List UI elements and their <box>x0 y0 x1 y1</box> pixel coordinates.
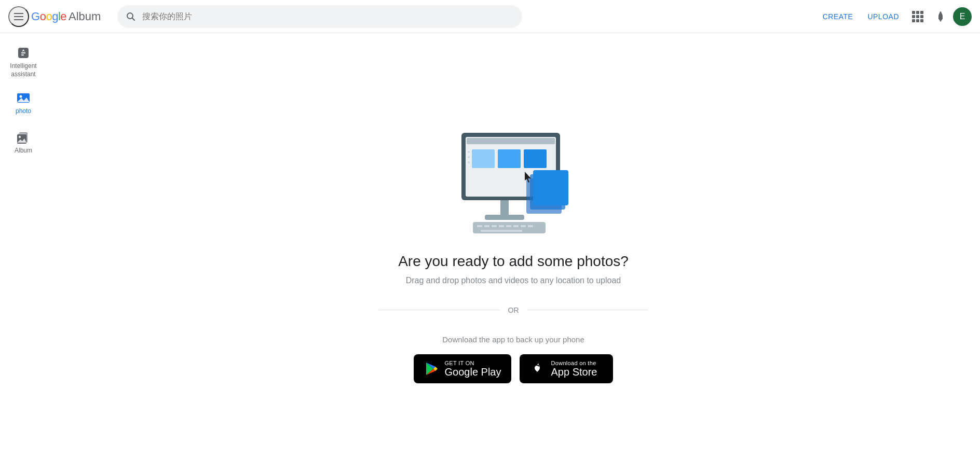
sidebar-item-assistant[interactable]: Intelligent assistant <box>2 41 45 82</box>
search-input[interactable] <box>142 12 514 21</box>
svg-rect-31 <box>521 225 526 227</box>
svg-rect-0 <box>14 13 23 14</box>
svg-rect-22 <box>500 200 509 215</box>
svg-rect-1 <box>14 16 23 17</box>
svg-rect-23 <box>485 215 524 220</box>
app-store-text: Download on the App Store <box>551 360 597 378</box>
sidebar-item-album[interactable]: Album <box>2 124 45 161</box>
divider-row: OR <box>378 306 648 314</box>
logo[interactable]: Google Album <box>31 10 101 23</box>
divider-line-right <box>527 310 649 310</box>
sidebar-album-label: Album <box>15 147 32 155</box>
app-store-button[interactable]: Download on the App Store <box>520 354 613 383</box>
menu-button[interactable] <box>8 6 29 27</box>
google-play-icon <box>424 362 439 376</box>
notifications-button[interactable] <box>930 6 951 27</box>
search-icon <box>126 11 136 22</box>
logo-album-text: Album <box>69 10 101 23</box>
create-button[interactable]: CREATE <box>816 8 860 25</box>
main-content: Are you ready to add some photos? Drag a… <box>47 33 980 472</box>
sidebar-item-photo[interactable]: photo <box>2 85 45 122</box>
apple-icon <box>530 362 545 376</box>
svg-rect-34 <box>467 138 555 144</box>
grid-icon <box>912 11 923 22</box>
svg-rect-33 <box>481 230 522 232</box>
apps-button[interactable] <box>907 6 928 27</box>
svg-point-39 <box>468 156 470 158</box>
svg-rect-27 <box>492 225 497 227</box>
store-buttons: GET IT ON Google Play Download on the Ap… <box>414 354 614 383</box>
svg-rect-10 <box>21 52 25 53</box>
layout: Intelligent assistant photo <box>0 33 980 472</box>
header: Google Album CREATE UPLOAD <box>0 0 980 33</box>
photo-icon <box>16 91 31 105</box>
download-app-text: Download the app to back up your phone <box>442 335 584 344</box>
svg-point-40 <box>468 161 470 163</box>
svg-rect-35 <box>472 149 495 168</box>
logo-google-text: Google <box>31 10 66 23</box>
sidebar-photo-label: photo <box>16 107 31 116</box>
divider-line-left <box>378 310 500 310</box>
svg-point-6 <box>940 20 942 21</box>
divider-text: OR <box>500 306 527 314</box>
svg-rect-11 <box>21 54 24 55</box>
hamburger-icon <box>14 13 23 20</box>
google-play-button[interactable]: GET IT ON Google Play <box>414 354 512 383</box>
svg-rect-37 <box>524 149 547 168</box>
svg-point-18 <box>19 136 21 138</box>
svg-rect-32 <box>528 225 533 227</box>
google-play-text: GET IT ON Google Play <box>445 360 501 378</box>
sidebar-assistant-label: Intelligent assistant <box>8 62 39 78</box>
main-title: Are you ready to add some photos? <box>398 253 629 270</box>
svg-rect-30 <box>513 225 519 227</box>
main-subtitle: Drag and drop photos and videos to any l… <box>406 276 621 285</box>
sidebar: Intelligent assistant photo <box>0 33 47 472</box>
svg-point-38 <box>468 151 470 153</box>
svg-rect-29 <box>506 225 511 227</box>
upload-illustration <box>446 122 581 237</box>
upload-button[interactable]: UPLOAD <box>861 8 905 25</box>
svg-rect-36 <box>498 149 521 168</box>
svg-rect-43 <box>533 170 568 205</box>
svg-point-7 <box>940 11 942 13</box>
svg-rect-2 <box>14 19 23 20</box>
svg-point-13 <box>20 95 22 98</box>
search-bar <box>117 5 522 28</box>
bell-icon <box>935 11 946 22</box>
svg-rect-25 <box>477 225 482 227</box>
svg-line-4 <box>132 18 135 20</box>
svg-rect-26 <box>484 225 489 227</box>
assistant-icon <box>16 46 31 60</box>
album-icon <box>16 130 31 145</box>
header-actions: CREATE UPLOAD E <box>816 6 972 27</box>
svg-rect-28 <box>499 225 504 227</box>
avatar[interactable]: E <box>953 7 972 26</box>
